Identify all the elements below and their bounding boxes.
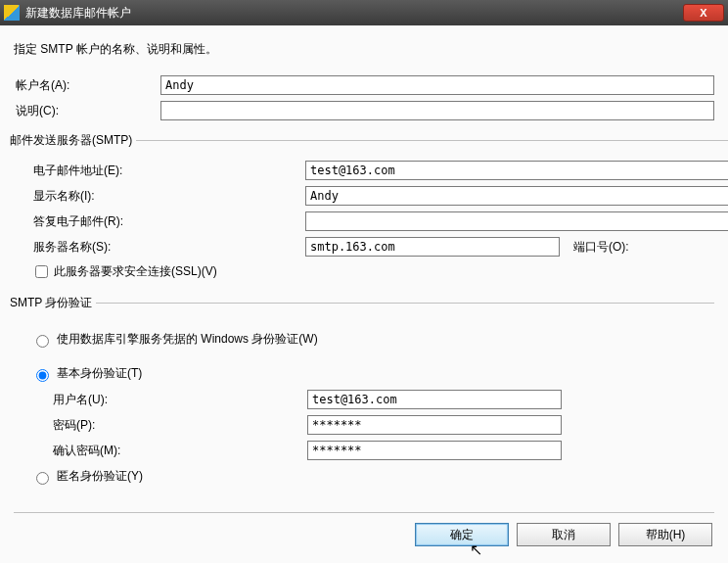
windows-auth-radio[interactable] [36, 335, 49, 348]
confirm-password-label: 确认密码(M): [51, 443, 307, 459]
display-name-input[interactable] [305, 186, 728, 206]
account-name-label: 帐户名(A): [14, 77, 160, 94]
username-label: 用户名(U): [51, 392, 307, 408]
password-label: 密码(P): [51, 417, 307, 434]
ok-button[interactable]: 确定 [415, 523, 509, 546]
basic-auth-label: 基本身份验证(T) [57, 365, 142, 382]
smtp-legend: 邮件发送服务器(SMTP) [10, 132, 136, 149]
description-label: 说明(C): [14, 103, 160, 119]
auth-legend: SMTP 身份验证 [10, 295, 96, 311]
ssl-checkbox[interactable] [35, 265, 48, 278]
reply-email-label: 答复电子邮件(R): [31, 213, 305, 230]
basic-auth-radio[interactable] [36, 369, 49, 382]
server-name-input[interactable] [305, 237, 560, 257]
description-input[interactable] [160, 101, 714, 120]
port-label: 端口号(O): [571, 239, 728, 256]
email-input[interactable] [305, 161, 728, 180]
account-name-input[interactable] [160, 75, 714, 95]
anonymous-auth-label: 匿名身份验证(Y) [57, 468, 143, 485]
server-name-label: 服务器名称(S): [31, 239, 305, 256]
password-input[interactable] [307, 415, 562, 435]
smtp-groupbox: 邮件发送服务器(SMTP) 电子邮件地址(E): 显示名称(I): 答复电子邮件… [14, 132, 728, 283]
button-bar: 确定 取消 帮助(H) [14, 523, 714, 546]
email-label: 电子邮件地址(E): [31, 163, 305, 179]
cancel-button[interactable]: 取消 [517, 523, 611, 546]
close-button[interactable]: X [683, 4, 724, 22]
reply-email-input[interactable] [305, 211, 728, 231]
dialog-content: 指定 SMTP 帐户的名称、说明和属性。 帐户名(A): 说明(C): 邮件发送… [0, 25, 728, 563]
app-icon [4, 5, 20, 21]
help-button[interactable]: 帮助(H) [618, 523, 712, 546]
confirm-password-input[interactable] [307, 441, 562, 460]
anonymous-auth-radio[interactable] [36, 472, 49, 485]
windows-auth-label: 使用数据库引擎服务凭据的 Windows 身份验证(W) [57, 331, 318, 348]
window-title: 新建数据库邮件帐户 [25, 5, 683, 22]
auth-groupbox: SMTP 身份验证 使用数据库引擎服务凭据的 Windows 身份验证(W) 基… [14, 295, 714, 493]
display-name-label: 显示名称(I): [31, 188, 305, 205]
ssl-label: 此服务器要求安全连接(SSL)(V) [54, 263, 217, 280]
instruction-text: 指定 SMTP 帐户的名称、说明和属性。 [14, 41, 714, 58]
username-input[interactable] [307, 390, 562, 409]
button-divider [14, 512, 714, 513]
title-bar: 新建数据库邮件帐户 X [0, 0, 728, 25]
